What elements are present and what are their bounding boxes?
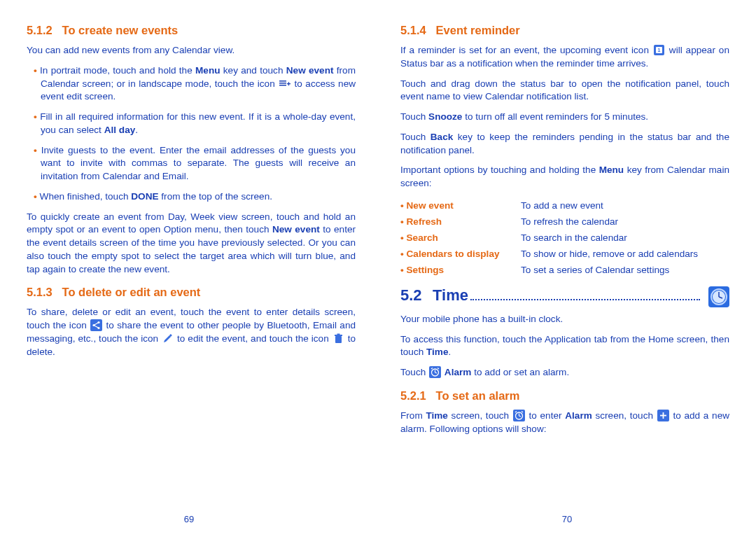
table-row: RefreshTo refresh the calendar [400,214,729,230]
option-desc: To set a series of Calendar settings [521,262,729,278]
leader-dots [470,299,700,300]
table-row: SearchTo search in the calendar [400,230,729,246]
paragraph: To access this function, touch the Appli… [400,333,729,360]
list-plus-icon [279,77,290,89]
option-desc: To add a new event [521,197,729,214]
heading-5-2-1: 5.2.1 To set an alarm [400,389,729,403]
svg-rect-1 [279,83,286,84]
heading-5-1-3: 5.1.3 To delete or edit an event [27,286,356,299]
section-number: 5.1.2 [27,24,59,37]
svg-rect-12 [335,336,342,343]
svg-rect-14 [337,333,340,335]
section-title: To delete or edit an event [62,286,201,298]
list-item: Fill in all required information for thi… [34,111,356,137]
menu-options-table: New eventTo add a new event RefreshTo re… [400,197,729,278]
heading-5-2: 5.2 Time [400,286,729,307]
alarm-clock-icon [429,366,441,378]
section-title: To create new events [62,24,178,36]
svg-rect-2 [279,85,286,86]
option-label: Search [400,230,521,246]
instruction-list: In portrait mode, touch and hold the Men… [27,64,356,204]
paragraph: To quickly create an event from Day, Wee… [27,211,356,277]
svg-text:1: 1 [657,48,660,53]
option-desc: To refresh the calendar [521,214,729,230]
section-number: 5.2 [400,286,433,305]
intro-text: You can add new events from any Calendar… [27,44,356,57]
section-number: 5.1.3 [27,286,59,299]
list-item: In portrait mode, touch and hold the Men… [34,64,356,104]
page-number: 70 [562,514,572,524]
paragraph: Touch Snooze to turn off all event remin… [400,111,729,124]
section-number: 5.1.4 [400,24,433,37]
heading-5-1-4: 5.1.4 Event reminder [400,24,729,37]
svg-rect-37 [660,414,666,416]
svg-rect-0 [279,81,286,82]
paragraph: Your mobile phone has a built-in clock. [400,313,729,326]
paragraph: Touch Alarm to add or set an alarm. [400,366,729,379]
page-70: 5.1.4 Event reminder If a reminder is se… [378,0,756,537]
paragraph: From Time screen, touch to enter Alarm s… [400,410,729,436]
plus-icon [657,410,669,421]
clock-app-icon [708,286,729,307]
list-item: When finished, touch DONE from the top o… [34,190,356,204]
notification-icon: 1 [653,44,665,56]
svg-rect-4 [288,82,289,85]
section-title: To set an alarm [436,389,520,402]
table-row: Calendars to displayTo show or hide, rem… [400,246,729,262]
share-icon [90,319,102,331]
manual-spread: 5.1.2 To create new events You can add n… [0,0,756,537]
trash-icon [332,333,344,344]
section-title: Event reminder [436,24,520,36]
paragraph: If a reminder is set for an event, the u… [400,44,729,71]
page-69: 5.1.2 To create new events You can add n… [0,0,378,537]
page-number: 69 [184,514,194,524]
section-number: 5.2.1 [400,389,433,403]
table-row: New eventTo add a new event [400,197,729,214]
alarm-clock-icon [513,410,525,421]
option-label: Settings [400,262,521,278]
paragraph: Touch and drag down the status bar to op… [400,78,729,104]
heading-5-1-2: 5.1.2 To create new events [27,24,356,37]
option-label: Calendars to display [400,246,521,262]
paragraph: Touch Back key to keep the reminders pen… [400,131,729,158]
svg-rect-5 [90,319,102,331]
paragraph: To share, delete or edit an event, touch… [27,306,356,358]
table-row: SettingsTo set a series of Calendar sett… [400,262,729,278]
section-title: Time [433,286,468,305]
option-desc: To show or hide, remove or add calendars [521,246,729,262]
edit-icon [162,333,174,344]
option-desc: To search in the calendar [521,230,729,246]
list-item: Invite guests to the event. Enter the em… [34,144,356,183]
option-label: New event [400,197,521,214]
paragraph: Important options by touching and holdin… [400,164,729,190]
option-label: Refresh [400,214,521,230]
